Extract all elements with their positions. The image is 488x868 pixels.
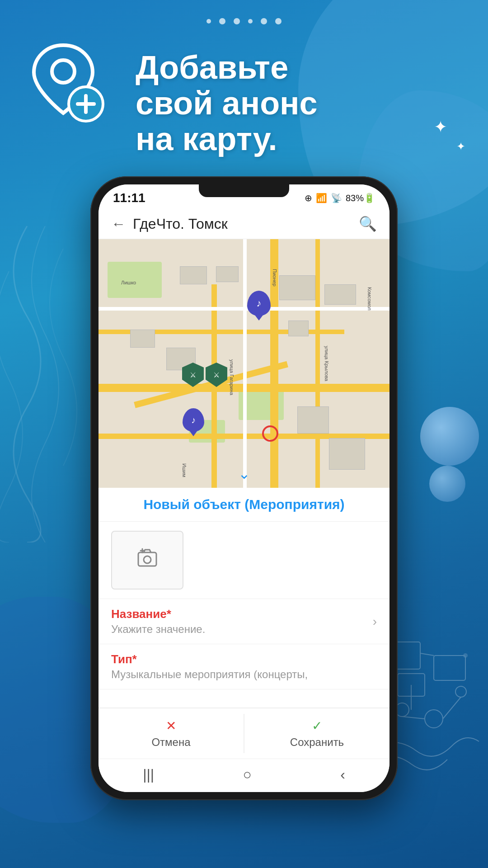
name-field-content: Название* Укажите значение.	[111, 607, 373, 636]
app-bar: ← ГдеЧто. Томск 🔍	[99, 209, 389, 239]
nav-recent-apps[interactable]: |||	[143, 766, 154, 783]
street-label-ishim: Ишим	[182, 463, 187, 477]
svg-rect-1	[398, 674, 425, 696]
photo-upload-area[interactable]	[99, 522, 389, 599]
dot-4	[248, 19, 253, 24]
header-text: Добавьте свой анонс на карту.	[136, 36, 318, 157]
save-label: Сохранить	[290, 736, 344, 749]
status-time: 11:11	[113, 191, 145, 205]
decorative-sphere-large	[420, 407, 479, 466]
street-label-lishko: Лишко	[121, 280, 136, 285]
map-marker-music-2[interactable]: ♪	[183, 408, 204, 432]
svg-point-13	[52, 60, 75, 83]
map-marker-music-1[interactable]: ♪	[247, 291, 271, 316]
app-bar-left: ← ГдеЧто. Томск	[111, 216, 228, 232]
photo-upload-box[interactable]	[111, 531, 183, 590]
decorative-sphere-small	[429, 466, 465, 502]
svg-point-11	[463, 653, 468, 658]
app-logo-icon	[27, 36, 117, 136]
map-marker-shield[interactable]: ⚔ ⚔	[182, 363, 227, 387]
svg-point-5	[455, 686, 466, 697]
phone-mockup: 11:11 ⊕ 📶 📡 83%🔋 ← ГдеЧто. Томск 🔍	[90, 176, 398, 800]
phone-screen: 11:11 ⊕ 📶 📡 83%🔋 ← ГдеЧто. Томск 🔍	[99, 184, 389, 792]
map-building-5	[130, 330, 155, 348]
nav-home[interactable]: ○	[243, 766, 251, 783]
street-label-pioneer: Пионер	[272, 269, 277, 286]
street-label-krylova: улица Крылова	[324, 346, 329, 381]
name-field-placeholder: Укажите значение.	[111, 623, 373, 636]
map-road-v2	[315, 239, 320, 488]
map-building-1	[180, 266, 207, 284]
phone-notch	[199, 184, 289, 197]
save-icon: ✓	[312, 718, 322, 733]
status-icons: ⊕ 📶 📡 83%🔋	[305, 193, 375, 203]
form-area: Новый объект (Мероприятия)	[99, 488, 389, 759]
svg-point-4	[425, 710, 443, 728]
map-building-9	[288, 321, 309, 336]
svg-line-6	[420, 653, 434, 656]
street-label-gagarina: улица Гагарина	[229, 359, 235, 395]
svg-point-18	[144, 556, 151, 563]
name-field-arrow: ›	[373, 614, 377, 629]
type-field-label: Тип*	[111, 652, 377, 666]
dot-1	[206, 19, 211, 24]
map-road-white-v	[243, 239, 247, 488]
map-view[interactable]: улица Гагарина Пионер Комсомол улица Кры…	[99, 239, 389, 488]
wifi-icon: 📶	[316, 193, 327, 203]
form-section-title: Новый объект (Мероприятия)	[99, 488, 389, 522]
dot-2	[219, 18, 225, 24]
save-button[interactable]: ✓ Сохранить	[244, 708, 389, 759]
back-button[interactable]: ←	[111, 216, 126, 232]
signal-icon: 📡	[331, 193, 342, 203]
phone-frame: 11:11 ⊕ 📶 📡 83%🔋 ← ГдеЧто. Томск 🔍	[90, 176, 398, 800]
action-bar: ✕ Отмена ✓ Сохранить	[99, 708, 389, 759]
street-label-komsomol: Комсомол	[367, 287, 372, 311]
cancel-icon: ✕	[166, 718, 176, 733]
dot-5	[261, 18, 267, 24]
map-building-2	[216, 266, 239, 282]
header-area: Добавьте свой анонс на карту.	[0, 36, 488, 157]
dot-6	[275, 18, 282, 24]
svg-rect-2	[434, 656, 465, 680]
name-field[interactable]: Название* Укажите значение. ›	[99, 599, 389, 644]
map-marker-circle[interactable]	[262, 425, 278, 442]
battery-icon: 83%🔋	[346, 193, 375, 203]
cancel-label: Отмена	[151, 736, 190, 749]
svg-line-8	[402, 717, 425, 719]
name-field-label: Название*	[111, 607, 373, 621]
form-content: Название* Укажите значение. › Тип* Музы	[99, 522, 389, 708]
cancel-button[interactable]: ✕ Отмена	[99, 708, 244, 759]
type-field-value: Музыкальные мероприятия (концерты,	[111, 668, 377, 681]
map-building-7	[297, 406, 329, 434]
type-field[interactable]: Тип* Музыкальные мероприятия (концерты,	[99, 644, 389, 689]
map-building-4	[324, 284, 356, 305]
app-title: ГдеЧто. Томск	[133, 216, 228, 232]
map-building-3	[279, 275, 315, 300]
decorative-star-large: ✦	[434, 118, 447, 137]
navigation-bar: ||| ○ ‹	[99, 759, 389, 792]
add-photo-icon	[136, 548, 159, 572]
svg-line-9	[443, 697, 461, 719]
decorative-star-small: ✦	[456, 140, 465, 153]
dot-3	[234, 18, 240, 24]
nav-back[interactable]: ‹	[340, 766, 345, 783]
map-expand-chevron[interactable]: ⌄	[238, 465, 250, 482]
type-field-content: Тип* Музыкальные мероприятия (концерты,	[111, 652, 377, 681]
gps-icon: ⊕	[305, 193, 312, 203]
map-building-8	[329, 438, 365, 470]
search-button[interactable]: 🔍	[359, 215, 377, 232]
decorative-dots	[206, 18, 282, 24]
